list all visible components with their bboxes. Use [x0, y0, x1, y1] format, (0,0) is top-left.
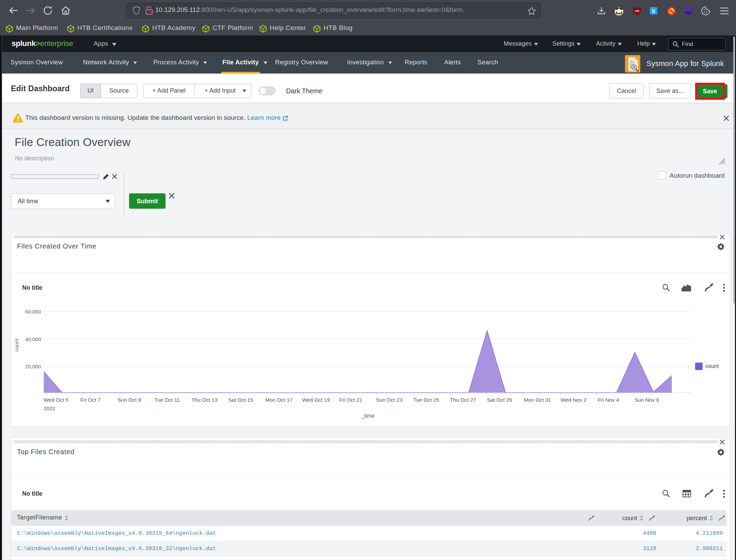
- svg-text:uO: uO: [635, 9, 639, 13]
- svg-text:S: S: [652, 8, 655, 14]
